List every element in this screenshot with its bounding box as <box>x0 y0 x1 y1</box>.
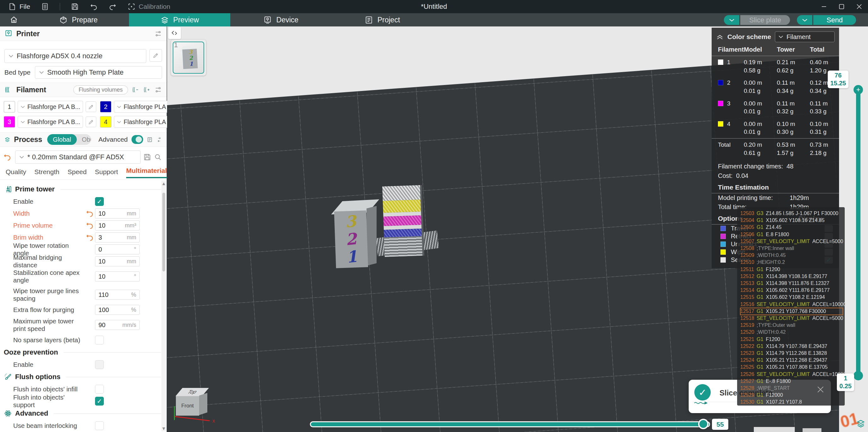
process-tab-support[interactable]: Support <box>95 168 118 178</box>
gcode-line[interactable]: 12512G1X114.398 Y108.16 E.29177 <box>740 273 843 280</box>
layer-slider-track[interactable] <box>856 89 861 376</box>
sliced-model-object[interactable]: 321 <box>334 210 368 268</box>
gcode-line[interactable]: 12521G1F1200 <box>740 336 843 343</box>
home-button[interactable] <box>0 13 28 26</box>
edit-printer-button[interactable] <box>149 49 162 62</box>
close-button[interactable] <box>850 0 868 13</box>
gcode-line[interactable]: 12516SET_VELOCITY_LIMITACCEL=10000 <box>740 301 843 308</box>
gcode-line[interactable]: 12530G1X107.21 Y107.8 <box>740 399 843 406</box>
flushing-volumes-button[interactable]: Flushing volumes <box>73 85 128 94</box>
printer-preset-select[interactable]: Flashforge AD5X 0.4 nozzle <box>4 49 146 63</box>
gcode-line[interactable]: 12524G1X105.21 Y112.268 E.29437 <box>740 357 843 364</box>
gcode-line[interactable]: 12515G1X105.602 Y108.2 E.12194 <box>740 294 843 301</box>
reset-preset-icon[interactable] <box>3 153 11 161</box>
filament-settings-icon[interactable] <box>154 86 162 93</box>
gcode-line[interactable]: 12517G1X105.21 Y107.768 F30000 <box>740 308 843 315</box>
setting-checkbox[interactable]: ✓ <box>95 397 104 406</box>
scroll-down-icon[interactable]: ▼ <box>161 426 166 431</box>
orientation-cube-side[interactable] <box>199 393 207 415</box>
move-slider-handle[interactable] <box>698 419 709 429</box>
tab-project[interactable]: Project <box>332 13 433 26</box>
file-menu[interactable]: File <box>8 2 30 11</box>
setting-input[interactable]: 0° <box>95 244 140 254</box>
setting-input[interactable]: 10mm <box>95 256 140 266</box>
tab-prepare[interactable]: Prepare <box>28 13 129 26</box>
setting-checkbox[interactable] <box>95 360 104 369</box>
redo-button[interactable] <box>108 2 117 11</box>
filament-color-swatch[interactable]: 1 <box>4 101 15 112</box>
edit-filament-button[interactable] <box>86 116 96 127</box>
setting-input[interactable]: 10mm <box>95 208 140 219</box>
gcode-line[interactable]: 12518SET_VELOCITY_LIMITACCEL=5000 <box>740 315 843 322</box>
reset-value-icon[interactable] <box>86 221 94 230</box>
process-tab-multimaterial[interactable]: Multimaterial <box>126 167 167 178</box>
gcode-line[interactable]: 12525G1X105.21 Y107.808 E.13705 <box>740 364 843 371</box>
undo-button[interactable] <box>90 2 98 11</box>
setting-checkbox[interactable] <box>95 336 104 344</box>
remove-filament-icon[interactable] <box>132 86 140 93</box>
reset-value-icon[interactable] <box>86 233 94 241</box>
scroll-up-icon[interactable]: ▲ <box>161 181 166 186</box>
gcode-line[interactable]: 12508;TYPE:Inner wall <box>740 245 843 252</box>
reset-value-icon[interactable] <box>86 209 94 218</box>
slice-dropdown-button[interactable] <box>724 15 739 25</box>
gcode-line[interactable]: 12522G1X114.79 Y107.768 E.29437 <box>740 343 843 350</box>
setting-input[interactable]: 10° <box>95 271 140 282</box>
tab-device[interactable]: Device <box>230 13 332 26</box>
setting-checkbox[interactable] <box>95 385 104 394</box>
advanced-toggle[interactable] <box>131 135 143 144</box>
preview-viewport[interactable]: 321 1 321 Top Front x <box>167 26 868 432</box>
color-scheme-select[interactable]: Filament <box>775 31 835 42</box>
gcode-line[interactable]: 12510;HEIGHT:0.2 <box>740 259 843 266</box>
recent-files-button[interactable] <box>41 2 49 11</box>
gcode-line[interactable]: 12506G1E.8 F1800 <box>740 231 843 238</box>
tab-preview[interactable]: Preview <box>129 13 230 26</box>
save-preset-icon[interactable] <box>143 153 151 161</box>
scope-objects-button[interactable]: Objects <box>77 134 91 145</box>
gcode-line[interactable]: 12511G1F1200 <box>740 266 843 273</box>
process-preset-select[interactable]: * 0.20mm Standard @FF AD5X <box>15 150 141 164</box>
setting-checkbox[interactable]: ✓ <box>95 197 104 206</box>
setting-input[interactable]: 100% <box>95 305 140 315</box>
gcode-line[interactable]: 12513G1X114.398 Y111.876 E.12327 <box>740 280 843 287</box>
filament-color-swatch[interactable]: 3 <box>4 116 15 127</box>
settings-scrollbar[interactable]: ▲ ▼ <box>161 181 166 431</box>
save-button[interactable] <box>71 2 79 11</box>
calibration-button[interactable]: Calibration <box>127 2 170 11</box>
bed-type-select[interactable]: Smooth High Temp Plate <box>35 66 162 79</box>
send-button[interactable]: Send <box>813 15 856 25</box>
process-tab-strength[interactable]: Strength <box>34 168 59 178</box>
prime-tower-object[interactable] <box>382 185 423 257</box>
plate-thumbnail-card[interactable]: 321 1 <box>171 40 206 76</box>
scrollbar-thumb[interactable] <box>162 193 165 271</box>
setting-input[interactable]: 110% <box>95 290 140 300</box>
plate-list-collapse-button[interactable] <box>168 27 181 39</box>
edit-filament-button[interactable] <box>86 102 96 112</box>
layer-slider-bottom-handle[interactable] <box>854 371 863 380</box>
collapse-panel-icon[interactable] <box>716 34 723 40</box>
printer-settings-icon[interactable] <box>154 30 162 37</box>
process-tab-quality[interactable]: Quality <box>6 168 26 178</box>
gcode-line[interactable]: 12526SET_VELOCITY_LIMITACCEL=10000 <box>740 371 843 378</box>
layers-corner-icon[interactable] <box>856 419 866 428</box>
gcode-line[interactable]: 12528;WIPE_START <box>740 385 843 392</box>
gcode-line[interactable]: 12523G1X114.79 Y112.268 E.13828 <box>740 350 843 357</box>
parameter-list-icon[interactable] <box>147 136 153 144</box>
gcode-line[interactable]: 12505G1Z14.45 <box>740 224 843 231</box>
filament-color-swatch[interactable]: 4 <box>100 116 112 127</box>
process-tab-speed[interactable]: Speed <box>68 168 87 178</box>
add-filament-icon[interactable] <box>143 86 151 93</box>
orientation-cube-front[interactable]: Front <box>176 396 199 415</box>
gcode-console[interactable]: 12503G3Z14.85 I.585 J-1.067 P1 F30000125… <box>737 207 845 406</box>
gcode-line[interactable]: 12527G1E-.8 F1800 <box>740 378 843 385</box>
move-slider-track[interactable] <box>310 421 710 427</box>
search-preset-icon[interactable] <box>154 153 162 161</box>
gcode-line[interactable]: 12504G1X105.602 Y108.16 Z14.85 <box>740 217 843 224</box>
slice-plate-button[interactable]: Slice plate <box>740 15 790 25</box>
setting-input[interactable]: 90mm/s <box>95 320 140 330</box>
send-dropdown-button[interactable] <box>797 15 812 25</box>
gcode-line[interactable]: 12519;TYPE:Outer wall <box>740 322 843 329</box>
notification-close-icon[interactable] <box>816 385 825 394</box>
gcode-line[interactable]: 12514G1X105.602 Y111.876 E.29177 <box>740 287 843 294</box>
gcode-line[interactable]: 12520;WIDTH:0.42 <box>740 329 843 336</box>
